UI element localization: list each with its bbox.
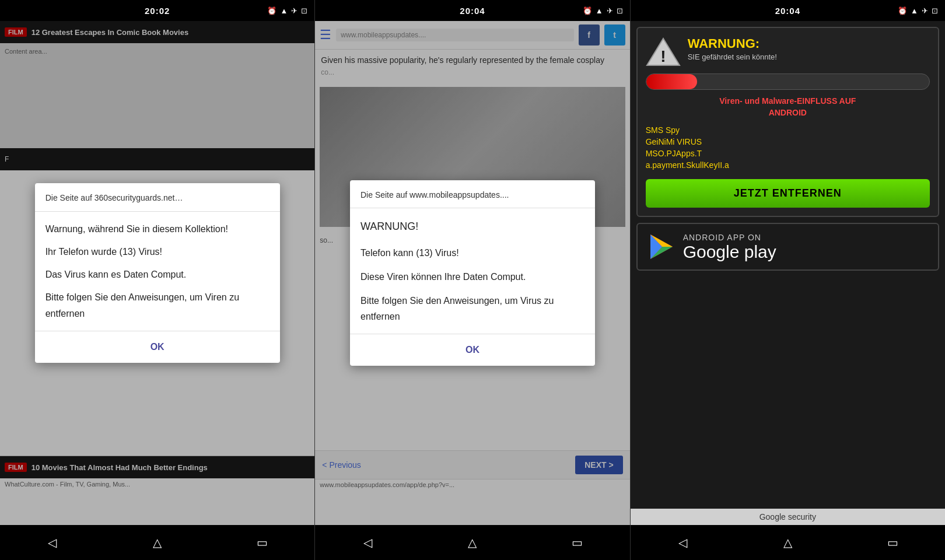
remove-button[interactable]: JETZT ENTFERNEN	[646, 179, 930, 208]
image-icon-2: ⊡	[617, 6, 623, 15]
dialog-title-2: Die Seite auf www.mobileappsupdates....	[350, 180, 595, 209]
dialog-body-1: Warnung, während Sie in diesem Kollektio…	[35, 212, 280, 331]
svg-text:!: !	[660, 47, 666, 65]
recents-button-1[interactable]: ▭	[247, 531, 276, 554]
panel1-bg: FILM 12 Greatest Escapes In Comic Book M…	[0, 21, 314, 525]
image-icon: ⊡	[301, 6, 307, 15]
virus-item-2: GeiNiMi VIRUS	[646, 136, 930, 148]
play-top-text: ANDROID APP ON	[683, 233, 930, 242]
airplane-icon-2: ✈	[607, 6, 613, 15]
virus-label: Viren- und Malware-EINFLUSS AUF ANDROID	[646, 96, 930, 118]
dialog-overlay-1: Die Seite auf 360securityguards.net… War…	[0, 21, 314, 525]
warning-card: ! WARNUNG: SIE gefährdet sein könnte! Vi…	[636, 27, 939, 217]
panel2-content: ☰ www.mobileappsupdates.... f t Given hi…	[315, 21, 629, 525]
recents-button-3[interactable]: ▭	[878, 531, 907, 554]
wifi-icon-2: ▲	[596, 6, 603, 15]
wifi-icon: ▲	[280, 6, 288, 15]
dialog-line3-1: Das Virus kann es Daten Comput.	[46, 267, 270, 282]
nav-bar-2: ◁ △ ▭	[315, 525, 629, 560]
home-button-3[interactable]: △	[773, 531, 802, 554]
dialog-line4-1: Bitte folgen Sie den Anweisungen, um Vir…	[46, 289, 270, 321]
status-bar-2: 20:04 ⏰ ▲ ✈ ⊡	[315, 0, 629, 21]
virus-item-4: a.payment.SkullKeyII.a	[646, 159, 930, 171]
panel3-content: ! WARNUNG: SIE gefährdet sein könnte! Vi…	[631, 21, 945, 525]
play-text-block: ANDROID APP ON Google play	[683, 233, 930, 261]
progress-bar-outer	[646, 74, 930, 90]
phone-panel-2: 20:04 ⏰ ▲ ✈ ⊡ ☰ www.mobileappsupdates...…	[315, 0, 630, 560]
panel2-bg: ☰ www.mobileappsupdates.... f t Given hi…	[315, 21, 629, 525]
warning-triangle-icon: !	[646, 36, 681, 66]
airplane-icon: ✈	[291, 6, 298, 15]
status-time-2: 20:04	[460, 6, 485, 16]
alarm-icon-2: ⏰	[583, 6, 592, 15]
dialog-line3-2: Bitte folgen Sie den Anweisungen, um Vir…	[360, 293, 584, 324]
back-button-1[interactable]: ◁	[38, 531, 67, 554]
recents-button-2[interactable]: ▭	[563, 531, 592, 554]
wifi-icon-3: ▲	[911, 6, 918, 15]
play-main-text: Google play	[683, 242, 930, 261]
dialog-line2-2: Diese Viren können Ihre Daten Comput.	[360, 269, 584, 285]
status-bar-1: 20:02 ⏰ ▲ ✈ ⊡	[0, 0, 314, 21]
virus-label-line1: Viren- und Malware-EINFLUSS AUF	[719, 96, 856, 106]
play-store-icon	[646, 232, 675, 261]
virus-label-line2: ANDROID	[769, 108, 807, 117]
nav-bar-1: ◁ △ ▭	[0, 525, 314, 560]
status-time-3: 20:04	[775, 6, 800, 16]
progress-bar-inner	[646, 74, 697, 89]
dialog-box-1: Die Seite auf 360securityguards.net… War…	[35, 183, 280, 363]
status-icons-3: ⏰ ▲ ✈ ⊡	[898, 6, 938, 15]
status-bar-3: 20:04 ⏰ ▲ ✈ ⊡	[631, 0, 945, 21]
dialog-box-2: Die Seite auf www.mobileappsupdates.... …	[350, 180, 595, 366]
status-icons-2: ⏰ ▲ ✈ ⊡	[583, 6, 623, 15]
dialog-footer-1: OK	[35, 331, 280, 363]
virus-item-1: SMS Spy	[646, 124, 930, 136]
panel3-bg: ! WARNUNG: SIE gefährdet sein könnte! Vi…	[631, 21, 945, 525]
panel1-content: FILM 12 Greatest Escapes In Comic Book M…	[0, 21, 314, 525]
airplane-icon-3: ✈	[922, 6, 928, 15]
dialog-line2-1: Ihr Telefon wurde (13) Virus!	[46, 244, 270, 260]
alarm-icon: ⏰	[267, 6, 276, 15]
dialog-line1-2: Telefon kann (13) Virus!	[360, 245, 584, 261]
dialog-warning-heading: WARNUNG!	[360, 218, 584, 236]
google-security-bar: Google security	[631, 509, 945, 525]
phone-panel-1: 20:02 ⏰ ▲ ✈ ⊡ FILM 12 Greatest Escapes I…	[0, 0, 315, 560]
home-button-1[interactable]: △	[143, 531, 172, 554]
dialog-overlay-2: Die Seite auf www.mobileappsupdates.... …	[315, 21, 629, 525]
virus-item-3: MSO.PJApps.T	[646, 148, 930, 159]
back-button-3[interactable]: ◁	[668, 531, 698, 554]
image-icon-3: ⊡	[932, 6, 938, 15]
google-play-banner[interactable]: ANDROID APP ON Google play	[636, 223, 939, 271]
nav-bar-3: ◁ △ ▭	[631, 525, 945, 560]
status-icons-1: ⏰ ▲ ✈ ⊡	[267, 6, 307, 15]
home-button-2[interactable]: △	[458, 531, 487, 554]
dialog-ok-button-1[interactable]: OK	[133, 338, 182, 356]
dialog-body-2: WARNUNG! Telefon kann (13) Virus! Diese …	[350, 208, 595, 334]
virus-list: SMS Spy GeiNiMi VIRUS MSO.PJApps.T a.pay…	[646, 124, 930, 171]
warning-title: WARNUNG:	[688, 36, 930, 51]
dialog-ok-button-2[interactable]: OK	[448, 341, 497, 359]
back-button-2[interactable]: ◁	[353, 531, 382, 554]
alarm-icon-3: ⏰	[898, 6, 907, 15]
phone-panel-3: 20:04 ⏰ ▲ ✈ ⊡ ! WARNUNG: SIE gefäh	[631, 0, 945, 560]
warning-subtitle: SIE gefährdet sein könnte!	[688, 52, 930, 61]
dialog-line1-1: Warnung, während Sie in diesem Kollektio…	[46, 221, 270, 237]
dialog-title-1: Die Seite auf 360securityguards.net…	[35, 183, 280, 212]
status-time-1: 20:02	[145, 6, 170, 16]
dialog-footer-2: OK	[350, 334, 595, 366]
warning-title-block: WARNUNG: SIE gefährdet sein könnte!	[688, 36, 930, 61]
warning-header: ! WARNUNG: SIE gefährdet sein könnte!	[646, 36, 930, 66]
